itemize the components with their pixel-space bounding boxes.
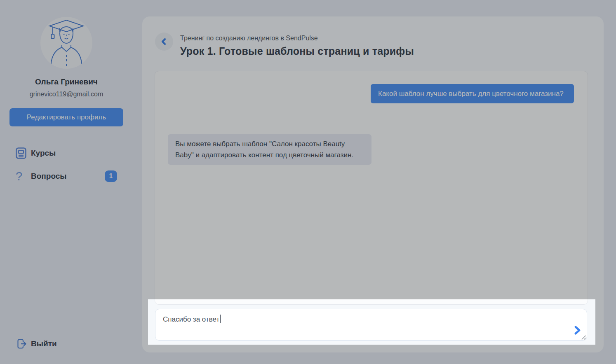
- avatar: [40, 17, 92, 69]
- lesson-title: Урок 1. Готовые шаблоны страниц и тарифы: [180, 45, 414, 57]
- sidebar: Ольга Гриневич grinevico119@gmail.com Ре…: [0, 0, 139, 364]
- chevron-left-icon: [159, 37, 169, 47]
- sidebar-item-courses[interactable]: Курсы: [0, 144, 133, 162]
- logout-button[interactable]: Выйти: [0, 335, 133, 353]
- page: Ольга Гриневич grinevico119@gmail.com Ре…: [0, 0, 616, 364]
- user-email: grinevico119@gmail.com: [0, 91, 133, 98]
- sidebar-item-questions[interactable]: ? Вопросы 1: [0, 167, 133, 185]
- edit-profile-button[interactable]: Редактировать профиль: [9, 108, 123, 126]
- courses-icon: [16, 147, 26, 159]
- resize-grip-icon[interactable]: [581, 334, 586, 340]
- graduate-avatar-icon: [40, 17, 92, 69]
- message-input[interactable]: Спасибо за ответ: [155, 309, 587, 341]
- lesson-panel: Тренинг по созданию лендингов в SendPuls…: [142, 16, 604, 352]
- logout-door-icon: [16, 338, 28, 350]
- message-input-value: Спасибо за ответ: [163, 315, 219, 323]
- sidebar-item-label: Вопросы: [31, 172, 67, 181]
- questions-count-badge: 1: [105, 170, 117, 182]
- text-cursor: [220, 315, 221, 323]
- user-name: Ольга Гриневич: [0, 77, 133, 86]
- course-title: Тренинг по созданию лендингов в SendPuls…: [180, 35, 318, 42]
- chat-message-assistant: Вы можете выбрать шаблон "Салон красоты …: [168, 134, 371, 165]
- chat-area: Какой шаблон лучше выбрать для цветочног…: [155, 71, 588, 305]
- sidebar-item-label: Курсы: [31, 149, 56, 158]
- logout-label: Выйти: [31, 339, 57, 348]
- back-button[interactable]: [155, 33, 173, 51]
- chat-message-user: Какой шаблон лучше выбрать для цветочног…: [371, 84, 574, 103]
